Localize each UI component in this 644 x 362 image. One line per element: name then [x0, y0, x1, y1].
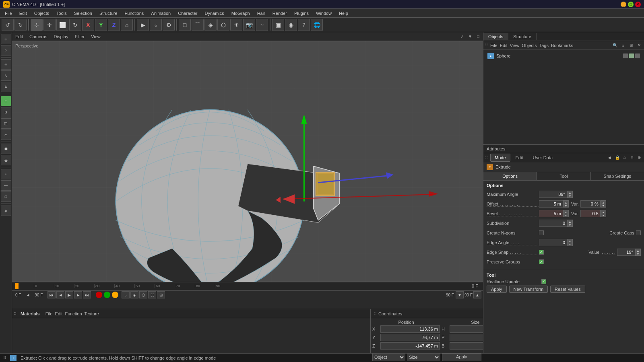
maximize-button[interactable]: □	[628, 2, 634, 7]
viewport-display[interactable]: Display	[52, 33, 70, 40]
menu-character[interactable]: Character	[175, 10, 200, 16]
new-transform-button[interactable]: New Transform	[509, 286, 548, 293]
lt-points[interactable]: •	[1, 169, 11, 179]
lt-edges[interactable]: —	[1, 180, 11, 191]
size-dropdown[interactable]: Size	[407, 353, 440, 361]
edge-snap-checkbox[interactable]	[539, 250, 544, 255]
menu-mograph[interactable]: MoGraph	[228, 10, 253, 16]
menu-functions[interactable]: Functions	[122, 10, 147, 16]
edge-angle-input[interactable]	[539, 239, 567, 246]
lt-bridge[interactable]: ◫	[1, 118, 11, 129]
anim-button[interactable]: ⚙	[163, 19, 175, 31]
lt-move[interactable]: ✛	[1, 59, 11, 70]
menu-help[interactable]: Help	[336, 10, 351, 16]
coords-apply-button[interactable]: Apply	[442, 353, 481, 361]
mode-btn5[interactable]: ⊞	[157, 291, 165, 298]
viewport-area[interactable]: Edit Cameras Display Filter View ⤢ ▼ □ P…	[12, 32, 483, 282]
studio-btn[interactable]: 🌐	[311, 19, 323, 31]
menu-objects[interactable]: Objects	[31, 10, 52, 16]
play-button-tl[interactable]: ▶	[65, 291, 73, 298]
viewport-expand-icon[interactable]: ⤢	[459, 33, 465, 40]
position-x-input[interactable]	[380, 325, 440, 333]
nurbs-button[interactable]: ⌒	[192, 19, 204, 31]
attr-x2-icon[interactable]: ⊕	[636, 154, 642, 161]
camera-button[interactable]: 📷	[243, 19, 255, 31]
window-buttons[interactable]: _ □ ✕	[621, 2, 641, 7]
viewport-cameras[interactable]: Cameras	[28, 33, 49, 40]
y-axis[interactable]: Y	[95, 19, 107, 31]
obj-x-icon[interactable]: ✕	[636, 42, 642, 49]
attr-tab-edit[interactable]: Edit	[511, 154, 528, 162]
skip-start-button[interactable]: ⏮	[47, 291, 56, 298]
lt-extrude[interactable]: E	[1, 96, 11, 106]
subdivision-spinner[interactable]: ▲▼	[567, 220, 573, 227]
mode-btn2[interactable]: ◈	[130, 291, 138, 298]
tab-objects[interactable]: Objects	[483, 33, 508, 40]
play-button[interactable]: ▶	[137, 19, 149, 31]
undo-button[interactable]: ↺	[2, 19, 14, 31]
viewport-icon2[interactable]: ▼	[467, 33, 473, 40]
coord-button[interactable]: ⌂	[121, 19, 133, 31]
object-dropdown[interactable]: Object	[372, 353, 405, 361]
attr-x-icon[interactable]: ✕	[629, 154, 635, 161]
edge-snap-value-input[interactable]	[617, 249, 635, 256]
skip-end-button[interactable]: ⏭	[83, 291, 91, 298]
record-button[interactable]	[96, 292, 102, 298]
reset-values-button[interactable]: Reset Values	[550, 286, 585, 293]
obj-grid-icon[interactable]: ⊞	[628, 42, 634, 49]
lt-rotate[interactable]: ↻	[1, 82, 11, 92]
menu-selection[interactable]: Selection	[71, 10, 95, 16]
obj-file[interactable]: File	[490, 43, 497, 48]
prev-button[interactable]: ◄	[56, 291, 64, 298]
mode-btn1[interactable]: ⬦	[122, 291, 130, 298]
attr-nav-left[interactable]: ◄	[606, 154, 613, 161]
cube-button[interactable]: □	[179, 19, 191, 31]
menu-hair[interactable]: Hair	[254, 10, 268, 16]
scene-button[interactable]: ⬡	[217, 19, 229, 31]
menu-dynamics[interactable]: Dynamics	[202, 10, 227, 16]
lt-knife[interactable]: ✂	[1, 130, 11, 140]
lt-mat[interactable]: ◈	[1, 206, 11, 216]
orange-btn[interactable]	[112, 292, 118, 298]
menu-edit[interactable]: Edit	[16, 10, 30, 16]
offset-spinner[interactable]: ▲▼	[563, 200, 569, 208]
lt-loop[interactable]: ○	[1, 45, 11, 56]
attr-lock-icon[interactable]: 🔒	[614, 154, 621, 161]
max-angle-spinner[interactable]: ▲ ▼	[567, 191, 573, 198]
menu-structure[interactable]: Structure	[96, 10, 121, 16]
tool-tab-tool[interactable]: Tool	[537, 172, 590, 180]
obj-search-icon[interactable]: 🔍	[612, 42, 618, 49]
select-button[interactable]: ⊹	[31, 19, 43, 31]
position-z-input[interactable]	[380, 342, 440, 350]
z-axis[interactable]: Z	[108, 19, 120, 31]
x-axis[interactable]: X	[82, 19, 94, 31]
mat-edit[interactable]: Edit	[55, 311, 62, 316]
menu-file[interactable]: File	[2, 10, 15, 16]
green-btn1[interactable]	[104, 292, 110, 298]
lt-bevel[interactable]: B	[1, 107, 11, 117]
edge-angle-spinner[interactable]: ▲▼	[567, 239, 573, 246]
menu-plugins[interactable]: Plugins	[291, 10, 312, 16]
attr-tab-mode[interactable]: Mode	[490, 154, 510, 162]
obj-tags[interactable]: Tags	[539, 43, 549, 48]
viewport-icon3[interactable]: □	[475, 33, 481, 40]
tool-tab-options[interactable]: Options	[483, 172, 537, 180]
apply-button[interactable]: Apply	[487, 286, 507, 293]
offset-var-input[interactable]	[580, 200, 601, 208]
mode-btn3[interactable]: ⬡	[139, 291, 147, 298]
mat-texture[interactable]: Texture	[85, 311, 99, 316]
mat-function[interactable]: Function	[65, 311, 82, 316]
obj-bookmarks[interactable]: Bookmarks	[551, 43, 573, 48]
lt-paint[interactable]: ⬢	[1, 144, 11, 154]
menu-window[interactable]: Window	[313, 10, 335, 16]
lt-polys[interactable]: □	[1, 191, 11, 202]
lt-sculpt[interactable]: ◒	[1, 155, 11, 165]
minimize-button[interactable]: _	[621, 2, 626, 7]
viewport-view[interactable]: View	[89, 33, 102, 40]
bevel-input[interactable]	[539, 210, 563, 217]
edge-snap-spinner[interactable]: ▲▼	[635, 249, 641, 256]
fps-up[interactable]: ▲	[473, 291, 481, 298]
caps-checkbox[interactable]	[636, 230, 641, 235]
render-to[interactable]: ◉	[285, 19, 297, 31]
rotate-button[interactable]: ↻	[69, 19, 81, 31]
